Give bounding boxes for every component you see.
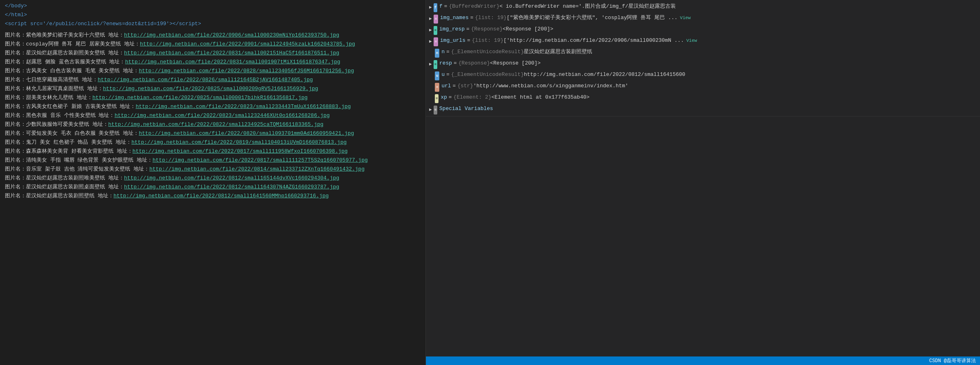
item-url[interactable]: http://img.netbian.com/file/2022/0812/sm… — [124, 183, 340, 191]
expand-arrow[interactable]: ▶ — [429, 60, 432, 68]
var-row-7[interactable]: ≡url = {str} 'http://www.netbian.com/s/x… — [426, 81, 980, 93]
var-type-info: {Response} — [458, 59, 490, 67]
var-type-info: {_ElementUnicodeResult} — [451, 48, 524, 56]
var-row-4[interactable]: nn = {_ElementUnicodeResult} 星汉灿烂赵露思古装剧照… — [426, 47, 980, 58]
var-name: img_resp — [439, 25, 464, 33]
var-type-icon: ≡ — [434, 26, 437, 35]
expand-arrow[interactable]: ▶ — [429, 26, 432, 34]
var-row-1[interactable]: ▶ ≡img_names = {list: 19} ["紫色唯美梦幻裙子美女彩十… — [426, 13, 980, 24]
var-equals: = — [470, 14, 473, 22]
code-line-script: <script src='/e/public/onclick/?enews=do… — [0, 19, 426, 28]
status-text: CSDN @磊哥哥讲算法 — [929, 358, 976, 364]
image-item-10: 图片名：甜美美女林允儿壁纸 地址：http://img.netbian.com/… — [0, 93, 426, 102]
var-type-info: {str} — [458, 82, 473, 90]
var-row-6[interactable]: uu = {_ElementUnicodeResult} http://img.… — [426, 70, 980, 81]
var-type-info: {Response} — [471, 25, 503, 33]
item-label: 图片名：林允儿居家写真桌面壁纸 地址： — [5, 85, 103, 93]
item-url[interactable]: http://img.netbian.com/file/2022/0817/sm… — [153, 156, 368, 164]
var-equals: = — [444, 2, 447, 11]
item-url[interactable]: http://img.netbian.com/file/2022/0828/sm… — [139, 67, 354, 75]
var-type-info: {list: 19} — [472, 37, 503, 45]
item-label: 图片名：音乐室 架子鼓 吉他 清纯可爱短发美女壁纸 地址： — [5, 165, 149, 173]
item-label: 图片名：清纯美女 手指 嘴唇 绿色背景 美女护眼壁纸 地址： — [5, 156, 153, 164]
var-value: < io.BufferedWriter name='.图片合成/img_f/星汉… — [499, 2, 675, 11]
var-name: resp — [439, 59, 452, 67]
expand-arrow[interactable]: ▶ — [429, 37, 432, 45]
var-value: ['http://img.netbian.com/file/2022/0906/… — [503, 37, 684, 45]
item-label: 图片名：星汉灿烂赵露思古装剧照壁纸 地址： — [5, 192, 114, 200]
var-name: xp — [441, 93, 447, 102]
script-tag: <script src='/e/public/onclick/?enews=do… — [5, 20, 201, 28]
var-name: img_urls — [440, 37, 465, 45]
item-url[interactable]: http://img.netbian.com/file/2022/0812/sm… — [114, 192, 329, 200]
item-label: 图片名：甜美美女林允儿壁纸 地址： — [5, 94, 92, 102]
item-label: 图片名：黑色衣服 音乐 个性美女壁纸 地址： — [5, 112, 114, 120]
item-url[interactable]: http://img.netbian.com/file/2022/0814/sm… — [149, 165, 365, 173]
var-name: img_names — [440, 14, 469, 22]
var-value: <Response [200]> — [490, 59, 541, 67]
image-item-14: 图片名：可爱短发美女 毛衣 白色衣服 美女壁纸 地址：http://img.ne… — [0, 129, 426, 138]
var-type-info: {list: 19} — [475, 14, 507, 22]
var-equals: = — [453, 59, 457, 67]
item-url[interactable]: http://img.netbian.com/file/2022/0825/sm… — [92, 94, 308, 102]
item-url[interactable]: http://img.netbian.com/file/2022/0819/sm… — [131, 138, 347, 147]
image-item-15: 图片名：鬼刀 美女 红色裙子 饰品 美女壁纸 地址：http://img.net… — [0, 138, 426, 147]
item-url[interactable]: http://img.netbian.com/file/2022/0901/sm… — [140, 40, 355, 48]
image-item-11: 图片名：古风美女红色裙子 新娘 古装美女壁纸 地址：http://img.net… — [0, 102, 426, 111]
image-item-4: 图片名：cosplay阿狸 兽耳 尾巴 居家美女壁纸 地址：http://img… — [0, 40, 426, 49]
var-row-9[interactable]: ▶ ≡Special Variables — [426, 104, 980, 115]
expand-arrow[interactable]: ▶ — [429, 106, 432, 114]
expand-arrow[interactable]: ▶ — [429, 3, 432, 11]
var-row-5[interactable]: ▶ ≡resp = {Response} <Response [200]> — [426, 58, 980, 70]
body-close-tag: </body> — [5, 2, 27, 10]
expand-arrow[interactable]: ▶ — [429, 15, 432, 23]
view-link[interactable]: View — [686, 37, 697, 45]
var-row-0[interactable]: ▶ ff = {BufferedWriter} < io.BufferedWri… — [426, 2, 980, 13]
var-name: url — [441, 82, 451, 90]
var-type-info: {Element: 2} — [453, 93, 492, 102]
image-item-8: 图片名：七日悠穿藏服高清壁纸 地址：http://img.netbian.com… — [0, 76, 426, 84]
item-label: 图片名：七日悠穿藏服高清壁纸 地址： — [5, 76, 98, 84]
var-name: f — [439, 2, 443, 11]
variable-list: ▶ ff = {BufferedWriter} < io.BufferedWri… — [426, 2, 980, 117]
var-row-8[interactable]: ≡xp = {Element: 2} <Element html at 0x17… — [426, 93, 980, 104]
var-name: n — [441, 48, 445, 56]
item-label: 图片名：少数民族服饰可爱美女壁纸 地址： — [5, 121, 108, 129]
var-type-info: {_ElementUnicodeResult} — [451, 71, 524, 79]
var-equals: = — [467, 37, 470, 45]
var-type-info: {BufferedWriter} — [449, 2, 500, 11]
var-equals: = — [449, 93, 452, 102]
image-item-13: 图片名：少数民族服饰可爱美女壁纸 地址：http://img.netbian.c… — [0, 120, 426, 129]
var-row-2[interactable]: ▶ ≡img_resp = {Response} <Response [200]… — [426, 24, 980, 36]
item-url[interactable]: http://img.netbian.com/file/2022/0823/sm… — [135, 103, 351, 111]
var-type-icon: f — [434, 3, 437, 12]
var-value: ["紫色唯美梦幻裙子美女彩十六壁纸", 'cosplay阿狸 兽耳 尾巴 ... — [507, 14, 677, 22]
var-value: <Element html at 0x177f635ab40> — [491, 93, 589, 102]
item-url[interactable]: http://img.netbian.com/file/2022/0831/sm… — [125, 58, 340, 66]
var-type-icon: ≡ — [434, 37, 438, 46]
view-link[interactable]: View — [680, 14, 690, 22]
item-label: 图片名：古风美女红色裙子 新娘 古装美女壁纸 地址： — [5, 103, 135, 111]
item-label: 图片名：星汉灿烂赵露思古装剧照美女壁纸 地址： — [5, 49, 124, 57]
image-item-7: 图片名：古风美女 白色古装衣服 毛笔 美女壁纸 地址：http://img.ne… — [0, 67, 426, 76]
image-item-17: 图片名：清纯美女 手指 嘴唇 绿色背景 美女护眼壁纸 地址：http://img… — [0, 156, 426, 165]
item-url[interactable]: http://img.netbian.com/file/2022/0822/sm… — [108, 121, 324, 129]
item-url[interactable]: http://img.netbian.com/file/2022/0820/sm… — [139, 130, 354, 138]
item-url[interactable]: http://img.netbian.com/file/2022/0823/sm… — [114, 112, 330, 120]
var-equals: = — [453, 82, 456, 90]
item-url[interactable]: http://img.netbian.com/file/2022/0825/sm… — [103, 85, 318, 93]
var-equals: = — [446, 71, 449, 79]
image-item-21: 图片名：星汉灿烂赵露思古装剧照壁纸 地址：http://img.netbian.… — [0, 192, 426, 201]
divider — [426, 116, 980, 117]
item-url[interactable]: http://img.netbian.com/file/2022/0826/sm… — [98, 76, 313, 84]
var-equals: = — [466, 25, 469, 33]
image-item-18: 图片名：音乐室 架子鼓 吉他 清纯可爱短发美女壁纸 地址：http://img.… — [0, 165, 426, 174]
item-url[interactable]: http://img.netbian.com/file/2022/0831/sm… — [124, 49, 340, 57]
var-value: 星汉灿烂赵露思古装剧照壁纸 — [524, 48, 592, 56]
item-label: 图片名：可爱短发美女 毛衣 白色衣服 美女壁纸 地址： — [5, 130, 139, 138]
item-url[interactable]: http://img.netbian.com/file/2022/0906/sm… — [124, 31, 340, 39]
debug-panel: ▶ ff = {BufferedWriter} < io.BufferedWri… — [426, 0, 980, 365]
item-url[interactable]: http://img.netbian.com/file/2022/0817/sm… — [133, 147, 348, 156]
var-row-3[interactable]: ▶ ≡img_urls = {list: 19} ['http://img.ne… — [426, 36, 980, 47]
item-url[interactable]: http://img.netbian.com/file/2022/0812/sm… — [124, 174, 340, 182]
